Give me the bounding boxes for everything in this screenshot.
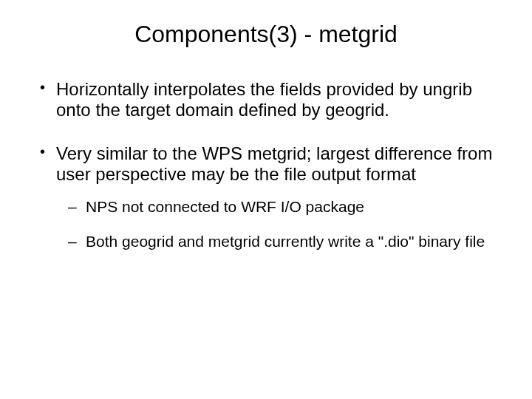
list-item: NPS not connected to WRF I/O package	[64, 198, 497, 216]
bullet-text: Horizontally interpolates the fields pro…	[56, 79, 472, 120]
sub-bullet-text: NPS not connected to WRF I/O package	[86, 198, 364, 215]
bullet-list: Horizontally interpolates the fields pro…	[35, 79, 497, 251]
sub-bullet-text: Both geogrid and metgrid currently write…	[86, 233, 485, 250]
list-item: Horizontally interpolates the fields pro…	[35, 79, 497, 121]
bullet-text: Very similar to the WPS metgrid; largest…	[56, 143, 492, 184]
sub-bullet-list: NPS not connected to WRF I/O package Bot…	[56, 198, 497, 251]
slide-title: Components(3) - metgrid	[35, 21, 497, 48]
list-item: Very similar to the WPS metgrid; largest…	[35, 143, 497, 251]
slide: Components(3) - metgrid Horizontally int…	[0, 0, 532, 399]
list-item: Both geogrid and metgrid currently write…	[64, 233, 497, 251]
